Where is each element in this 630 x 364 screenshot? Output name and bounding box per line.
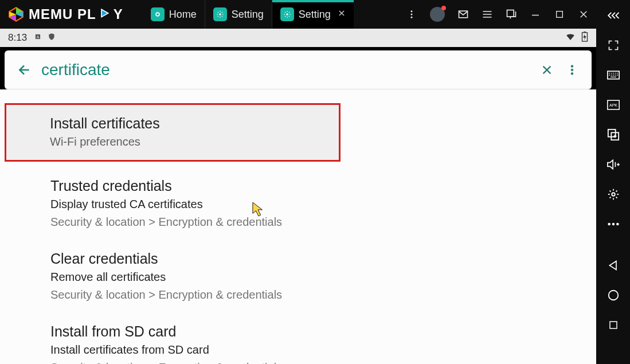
shield-icon bbox=[48, 32, 56, 44]
brand-text-1: MEMU PL bbox=[29, 6, 96, 22]
svg-point-6 bbox=[156, 13, 159, 16]
more-button[interactable] bbox=[559, 57, 585, 83]
svg-text:A: A bbox=[37, 35, 40, 39]
svg-marker-5 bbox=[101, 9, 108, 17]
home-icon bbox=[151, 7, 165, 21]
hamburger-icon[interactable] bbox=[482, 9, 493, 20]
nav-home-icon[interactable] bbox=[607, 289, 620, 302]
svg-point-30 bbox=[612, 193, 615, 196]
keyboard-icon[interactable] bbox=[607, 69, 620, 81]
brand-text-2: Y bbox=[114, 6, 123, 22]
kebab-menu-icon[interactable] bbox=[406, 9, 417, 20]
nav-recent-icon[interactable] bbox=[607, 319, 620, 331]
svg-point-32 bbox=[612, 223, 615, 226]
memu-logo: MEMU PL Y bbox=[0, 0, 131, 29]
svg-point-9 bbox=[411, 10, 413, 12]
result-title: Trusted credentials bbox=[50, 178, 578, 194]
svg-point-33 bbox=[616, 223, 619, 226]
result-subtitle: Wi-Fi preferences bbox=[50, 135, 320, 148]
gear-icon bbox=[280, 7, 294, 21]
collapse-icon[interactable] bbox=[607, 9, 620, 22]
close-icon[interactable] bbox=[578, 9, 589, 20]
svg-rect-14 bbox=[557, 11, 563, 18]
result-title: Install from SD card bbox=[50, 323, 578, 340]
svg-point-7 bbox=[219, 13, 221, 15]
svg-point-10 bbox=[411, 14, 413, 15]
result-breadcrumb: Security & location > Encryption & crede… bbox=[50, 288, 578, 302]
svg-point-11 bbox=[411, 17, 413, 18]
svg-point-22 bbox=[571, 72, 573, 75]
back-button[interactable] bbox=[11, 57, 37, 83]
logo-mark-icon bbox=[8, 6, 24, 22]
svg-rect-36 bbox=[610, 322, 617, 328]
status-icon-1: A bbox=[34, 32, 42, 44]
svg-point-20 bbox=[571, 65, 573, 67]
tab-home[interactable]: Home bbox=[143, 0, 205, 29]
results-list: Install certificates Wi-Fi preferences T… bbox=[0, 89, 596, 364]
result-breadcrumb: Security & location > Encryption & crede… bbox=[50, 216, 578, 229]
result-subtitle: Remove all certificates bbox=[50, 271, 578, 284]
apk-icon[interactable]: APK bbox=[607, 99, 620, 111]
tab-settings-1[interactable]: Setting bbox=[205, 0, 272, 29]
svg-rect-13 bbox=[507, 10, 514, 17]
tab-close-icon[interactable] bbox=[338, 9, 346, 19]
clear-button[interactable] bbox=[534, 57, 559, 83]
svg-point-35 bbox=[608, 291, 618, 300]
settings-gear-icon[interactable] bbox=[607, 188, 620, 201]
result-clear-credentials[interactable]: Clear credentials Remove all certificate… bbox=[0, 240, 596, 313]
battery-icon bbox=[581, 32, 588, 45]
search-header bbox=[5, 50, 592, 89]
svg-marker-34 bbox=[609, 261, 616, 270]
play-arrow-icon bbox=[99, 6, 110, 22]
svg-rect-18 bbox=[584, 32, 586, 33]
result-trusted-credentials[interactable]: Trusted credentials Display trusted CA c… bbox=[0, 167, 596, 240]
svg-marker-29 bbox=[607, 160, 612, 169]
svg-point-8 bbox=[286, 13, 288, 15]
envelope-icon[interactable] bbox=[457, 9, 469, 20]
svg-marker-19 bbox=[583, 34, 586, 40]
result-subtitle: Install certificates from SD card bbox=[50, 343, 578, 357]
tab-label: Setting bbox=[232, 9, 264, 21]
nav-back-icon[interactable] bbox=[607, 259, 620, 272]
fullscreen-icon[interactable] bbox=[607, 39, 620, 52]
search-input[interactable] bbox=[41, 61, 534, 79]
avatar[interactable] bbox=[430, 7, 445, 22]
tab-label: Home bbox=[169, 9, 197, 21]
wifi-icon bbox=[565, 32, 576, 45]
svg-point-31 bbox=[608, 223, 611, 226]
more-horiz-icon[interactable] bbox=[607, 218, 620, 230]
result-install-sd-card[interactable]: Install from SD card Install certificate… bbox=[0, 313, 596, 364]
result-install-certificates[interactable]: Install certificates Wi-Fi preferences bbox=[5, 103, 341, 162]
result-title: Clear credentials bbox=[50, 251, 578, 267]
result-subtitle: Display trusted CA certificates bbox=[50, 198, 578, 211]
add-instance-icon[interactable] bbox=[607, 128, 620, 141]
svg-point-21 bbox=[571, 69, 573, 71]
status-clock: 8:13 bbox=[8, 32, 27, 44]
result-title: Install certificates bbox=[50, 115, 320, 132]
maximize-icon[interactable] bbox=[554, 9, 565, 20]
svg-text:APK: APK bbox=[609, 103, 617, 107]
tab-label: Setting bbox=[299, 9, 331, 21]
tab-settings-2[interactable]: Setting bbox=[272, 0, 354, 29]
result-breadcrumb: Security & location > Encryption & crede… bbox=[50, 361, 578, 364]
volume-up-icon[interactable] bbox=[607, 158, 620, 171]
minimize-icon[interactable] bbox=[530, 9, 541, 20]
popout-icon[interactable] bbox=[506, 9, 517, 20]
gear-icon bbox=[213, 7, 227, 21]
